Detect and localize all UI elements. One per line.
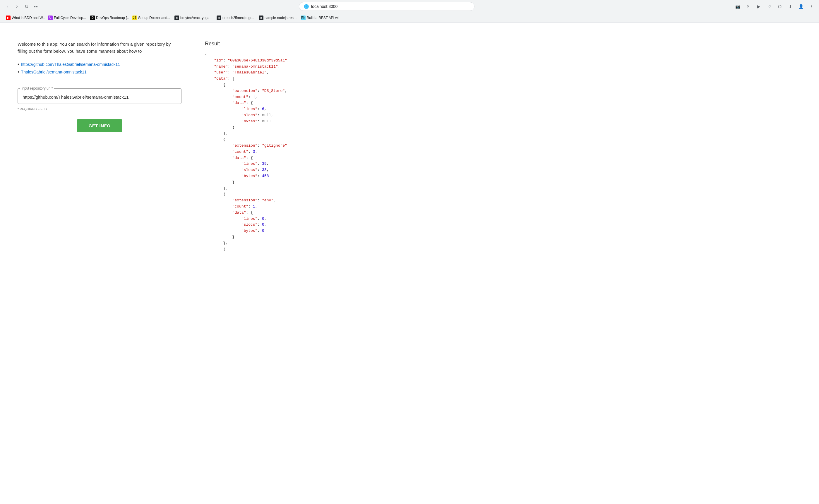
- result-json-text: { "id": "60a3036e76481330df39d5a1", "nam…: [205, 52, 289, 251]
- bookmark-favicon-3: D: [90, 16, 95, 20]
- browser-toolbar: ‹ › ↻ ☷ 🌐 localhost:3000 📷 ✕ ▶ ♡ ⬡ ⬇ 👤 ⋮: [0, 0, 819, 13]
- bookmark-label-3: DevOps Roadmap [...: [96, 16, 129, 20]
- page-content: Welcome to this app! You can search for …: [0, 23, 819, 504]
- result-code: { "id": "60a3036e76481330df39d5a1", "nam…: [205, 52, 351, 252]
- bookmark-label-2: Full Cycle Develop...: [54, 16, 86, 20]
- bookmark-label-7: sample-nodejs-rest...: [265, 16, 297, 20]
- menu-icon[interactable]: ⋮: [807, 2, 815, 11]
- repository-url-input[interactable]: [18, 90, 181, 104]
- input-fieldset: Input repository url *: [18, 86, 181, 104]
- back-button[interactable]: ‹: [4, 2, 12, 11]
- nav-buttons: ‹ › ↻ ☷: [4, 2, 40, 11]
- bookmark-label-8: Build a REST API wit...: [307, 16, 340, 20]
- globe-icon: 🌐: [304, 4, 309, 9]
- address-bar[interactable]: 🌐 localhost:3000: [299, 2, 474, 11]
- bullet-link-2[interactable]: ThalesGabriel/semana-omnistack11: [21, 70, 87, 74]
- toolbar-right: 📷 ✕ ▶ ♡ ⬡ ⬇ 👤 ⋮: [734, 2, 815, 11]
- bookmark-favicon-8: RN: [301, 16, 306, 20]
- description-text: Welcome to this app! You can search for …: [18, 41, 181, 55]
- required-field-text: * REQUIRED FIELD: [18, 107, 181, 111]
- browser-chrome: ‹ › ↻ ☷ 🌐 localhost:3000 📷 ✕ ▶ ♡ ⬡ ⬇ 👤 ⋮…: [0, 0, 819, 23]
- wishlist-icon[interactable]: ♡: [765, 2, 773, 11]
- bookmark-item-5[interactable]: ◉ breytex/react-yoga-...: [172, 14, 213, 21]
- bookmark-item-1[interactable]: ▶ What is BDD and W...: [4, 14, 44, 21]
- bullet-list: https://github.com/ThalesGabriel/semana-…: [18, 62, 181, 75]
- bookmark-label-6: nreoch25/nextjs-gr...: [222, 16, 254, 20]
- bookmark-label-5: breytex/react-yoga-...: [180, 16, 213, 20]
- reload-button[interactable]: ↻: [22, 2, 30, 11]
- bookmark-item-2[interactable]: U Full Cycle Develop...: [46, 14, 87, 21]
- right-panel: Result { "id": "60a3036e76481330df39d5a1…: [205, 41, 351, 493]
- address-text: localhost:3000: [311, 4, 470, 9]
- close-icon[interactable]: ✕: [744, 2, 752, 11]
- bookmarks-bar: ▶ What is BDD and W... U Full Cycle Deve…: [0, 13, 819, 23]
- profile-icon[interactable]: 👤: [797, 2, 805, 11]
- result-title: Result: [205, 41, 351, 47]
- bookmark-item-3[interactable]: D DevOps Roadmap [...: [88, 14, 129, 21]
- cast-icon[interactable]: ▶: [755, 2, 763, 11]
- download-icon[interactable]: ⬇: [786, 2, 794, 11]
- bookmark-label-4: Set up Docker and...: [138, 16, 170, 20]
- tab-overview-button[interactable]: ☷: [32, 2, 40, 11]
- bookmark-favicon-4: JS: [132, 16, 137, 20]
- repository-url-form-group: Input repository url *: [18, 86, 181, 104]
- bookmark-item-4[interactable]: JS Set up Docker and...: [130, 14, 171, 21]
- screenshot-icon[interactable]: 📷: [734, 2, 742, 11]
- bookmark-item-7[interactable]: ◉ sample-nodejs-rest...: [256, 14, 297, 21]
- bullet-link-1[interactable]: https://github.com/ThalesGabriel/semana-…: [21, 62, 120, 67]
- input-legend: Input repository url *: [20, 86, 54, 90]
- left-panel: Welcome to this app! You can search for …: [18, 41, 181, 493]
- bookmark-label-1: What is BDD and W...: [12, 16, 44, 20]
- get-info-button[interactable]: GET INFO: [77, 119, 122, 132]
- forward-button[interactable]: ›: [13, 2, 21, 11]
- bookmark-favicon-7: ◉: [259, 16, 263, 20]
- bookmark-favicon-2: U: [48, 16, 53, 20]
- wallet-icon[interactable]: ⬡: [776, 2, 784, 11]
- bookmark-favicon-5: ◉: [174, 16, 179, 20]
- bookmark-item-6[interactable]: ◉ nreoch25/nextjs-gr...: [214, 14, 255, 21]
- list-item-1: https://github.com/ThalesGabriel/semana-…: [18, 62, 181, 67]
- bookmark-favicon-6: ◉: [217, 16, 221, 20]
- bookmark-favicon-1: ▶: [6, 16, 11, 20]
- bookmark-item-8[interactable]: RN Build a REST API wit...: [299, 14, 340, 21]
- list-item-2: ThalesGabriel/semana-omnistack11: [18, 69, 181, 75]
